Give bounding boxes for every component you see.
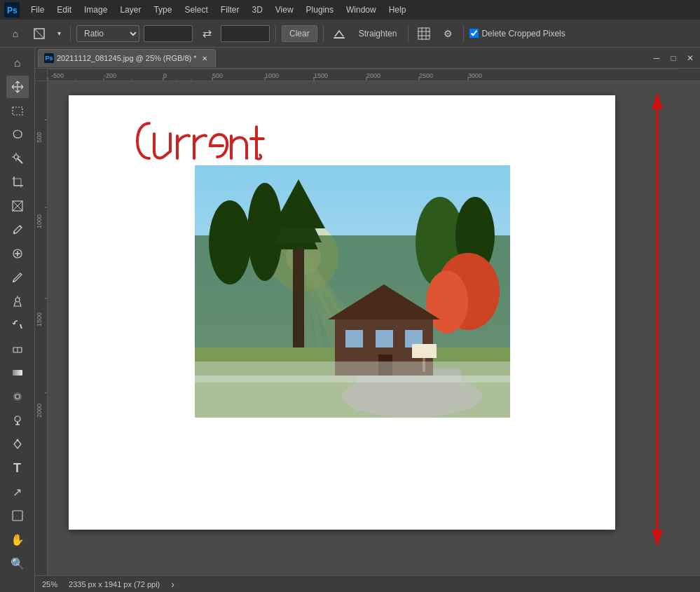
delete-cropped-label[interactable]: Delete Cropped Pixels <box>469 29 565 39</box>
svg-text:2000: 2000 <box>36 404 43 418</box>
svg-point-104 <box>247 183 282 281</box>
svg-rect-4 <box>334 37 345 39</box>
settings-icon[interactable]: ⚙ <box>438 24 458 43</box>
separator-1 <box>70 25 71 42</box>
svg-point-12 <box>14 155 18 159</box>
move-tool[interactable] <box>6 76 29 98</box>
grid-icon[interactable] <box>414 24 434 43</box>
pen-tool[interactable] <box>6 433 29 455</box>
magic-wand-tool[interactable] <box>6 147 29 170</box>
svg-point-37 <box>15 394 20 399</box>
canvas-scroll[interactable] <box>48 81 700 575</box>
svg-text:500: 500 <box>212 72 223 79</box>
toolbar: ⌂ ▾ Ratio ⇄ Clear Straighten <box>0 20 700 48</box>
svg-text:-500: -500 <box>51 72 64 79</box>
menu-select[interactable]: Select <box>179 3 213 17</box>
menu-file[interactable]: File <box>25 3 50 17</box>
maximize-button[interactable]: □ <box>666 51 680 65</box>
history-brush-tool[interactable] <box>6 314 29 336</box>
ps-icon: Ps <box>44 53 54 63</box>
menu-window[interactable]: Window <box>341 3 382 17</box>
svg-text:2000: 2000 <box>366 72 380 79</box>
width-input[interactable] <box>144 25 193 42</box>
main-layout: ⌂ <box>0 48 700 592</box>
clone-stamp-tool[interactable] <box>6 290 29 312</box>
status-arrow[interactable]: › <box>171 579 174 590</box>
eraser-tool[interactable] <box>6 338 29 360</box>
path-selection-tool[interactable]: ↗ <box>6 481 29 503</box>
doc-tab-title: 20211112_081245.jpg @ 25% (RGB/8) * <box>57 54 197 62</box>
menu-filter[interactable]: Filter <box>215 3 245 17</box>
blur-tool[interactable] <box>6 385 29 408</box>
home-tool[interactable]: ⌂ <box>6 52 29 74</box>
svg-line-11 <box>18 158 22 163</box>
separator-3 <box>323 25 324 42</box>
delete-cropped-checkbox[interactable] <box>469 29 479 38</box>
crop-tool[interactable] <box>6 171 29 193</box>
doc-tab[interactable]: Ps 20211112_081245.jpg @ 25% (RGB/8) * ✕ <box>38 49 216 67</box>
shape-tool[interactable] <box>6 504 29 527</box>
type-tool[interactable]: T <box>6 457 29 479</box>
svg-rect-125 <box>195 362 510 383</box>
zoom-tool[interactable]: 🔍 <box>6 552 29 574</box>
menu-3d[interactable]: 3D <box>246 3 268 17</box>
doc-dimensions: 2335 px x 1941 px (72 ppi) <box>69 580 160 588</box>
hand-tool[interactable]: ✋ <box>6 528 29 551</box>
transform-tool-icon[interactable] <box>29 24 49 43</box>
svg-rect-42 <box>13 511 22 521</box>
frame-tool[interactable] <box>6 195 29 217</box>
separator-2 <box>275 25 276 42</box>
menu-view[interactable]: View <box>270 3 299 17</box>
svg-text:1500: 1500 <box>314 72 328 79</box>
marquee-tool[interactable] <box>6 99 29 122</box>
ruler-top: -500 -200 0 500 1000 1500 2000 <box>48 69 700 81</box>
menu-edit[interactable]: Edit <box>51 3 77 17</box>
zoom-level: 25% <box>42 580 57 588</box>
doc-tab-close-button[interactable]: ✕ <box>200 53 210 63</box>
menu-image[interactable]: Image <box>78 3 113 17</box>
svg-text:2500: 2500 <box>419 72 433 79</box>
canvas-area: Ps 20211112_081245.jpg @ 25% (RGB/8) * ✕… <box>35 48 700 592</box>
clear-button[interactable]: Clear <box>282 25 317 42</box>
svg-rect-35 <box>13 370 22 376</box>
canvas-with-rulers: 500 1000 1500 2000 <box>35 81 700 575</box>
svg-rect-120 <box>376 330 393 347</box>
tools-panel: ⌂ <box>0 48 35 592</box>
gradient-tool[interactable] <box>6 362 29 384</box>
app-logo: Ps <box>4 2 20 18</box>
ruler-corner <box>35 69 48 81</box>
minimize-button[interactable]: ─ <box>650 51 664 65</box>
lasso-tool[interactable] <box>6 123 29 146</box>
svg-point-29 <box>13 280 15 282</box>
svg-text:Ps: Ps <box>7 6 18 15</box>
height-input[interactable] <box>221 25 270 42</box>
straighten-button[interactable]: Straighten <box>353 25 403 42</box>
svg-text:0: 0 <box>163 72 167 79</box>
svg-rect-119 <box>345 330 363 347</box>
doc-tabs: Ps 20211112_081245.jpg @ 25% (RGB/8) * ✕… <box>35 48 700 69</box>
healing-tool[interactable] <box>6 242 29 265</box>
separator-5 <box>463 25 464 42</box>
straighten-icon[interactable] <box>329 24 349 43</box>
menu-type[interactable]: Type <box>148 3 177 17</box>
svg-marker-128 <box>652 530 663 547</box>
document-canvas <box>69 95 615 530</box>
swap-icon[interactable]: ⇄ <box>197 24 217 43</box>
eyedropper-tool[interactable] <box>6 219 29 241</box>
svg-text:1500: 1500 <box>36 312 43 326</box>
dodge-tool[interactable] <box>6 409 29 432</box>
svg-line-32 <box>19 297 20 298</box>
menu-help[interactable]: Help <box>383 3 412 17</box>
brush-tool[interactable] <box>6 266 29 289</box>
menu-plugins[interactable]: Plugins <box>301 3 339 17</box>
home-icon[interactable]: ⌂ <box>6 24 25 43</box>
svg-point-103 <box>209 200 251 284</box>
canvas-viewport: -500 -200 0 500 1000 1500 2000 <box>35 69 700 575</box>
svg-text:-200: -200 <box>104 72 116 79</box>
close-button[interactable]: ✕ <box>683 51 697 65</box>
svg-rect-10 <box>13 107 22 115</box>
svg-rect-123 <box>412 344 437 358</box>
ratio-dropdown[interactable]: Ratio <box>76 25 139 42</box>
expand-options-icon[interactable]: ▾ <box>53 24 64 43</box>
menu-layer[interactable]: Layer <box>114 3 146 17</box>
